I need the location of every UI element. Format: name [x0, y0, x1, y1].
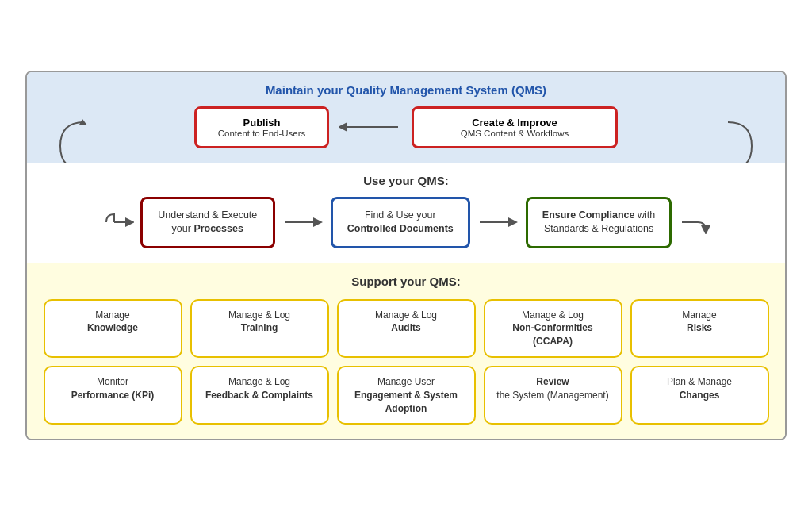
create-improve-sub: QMS Content & Workflows: [428, 129, 601, 138]
performance-text: MonitorPerformance (KPi): [55, 375, 171, 402]
middle-boxes: Understand & Executeyour Processes Find …: [43, 197, 769, 248]
processes-text: Understand & Executeyour Processes: [157, 209, 259, 236]
risks-bold: Risks: [687, 322, 712, 333]
arrow-left-svg: [339, 119, 402, 135]
feedback-bold: Feedback & Complaints: [205, 390, 313, 401]
bottom-title: Support your QMS:: [43, 275, 769, 288]
processes-box: Understand & Executeyour Processes: [140, 197, 275, 248]
risks-box: ManageRisks: [630, 299, 769, 358]
controlled-docs-box: Find & Use yourControlled Documents: [331, 197, 470, 248]
publish-title: Publish: [211, 117, 312, 129]
training-box: Manage & LogTraining: [190, 299, 329, 358]
compliance-text: Ensure Compliance withStandards & Regula…: [542, 209, 655, 236]
risks-text: ManageRisks: [642, 309, 758, 336]
feedback-text: Manage & LogFeedback & Complaints: [201, 375, 318, 402]
exit-arrow-icon: [678, 210, 710, 234]
changes-box: Plan & ManageChanges: [630, 366, 769, 425]
compliance-box: Ensure Compliance withStandards & Regula…: [526, 197, 672, 248]
nonconformities-text: Manage & LogNon-Conformities (CCAPA): [495, 309, 611, 348]
knowledge-text: ManageKnowledge: [55, 309, 171, 336]
audits-bold: Audits: [391, 322, 420, 333]
controlled-docs-text: Find & Use yourControlled Documents: [347, 209, 454, 236]
knowledge-bold: Knowledge: [87, 322, 138, 333]
bottom-row-2: MonitorPerformance (KPi) Manage & LogFee…: [43, 366, 769, 425]
arrow1-svg: [283, 214, 323, 230]
audits-box: Manage & LogAudits: [337, 299, 476, 358]
nonconformities-bold: Non-Conformities (CCAPA): [512, 322, 592, 347]
create-improve-box: Create & Improve QMS Content & Workflows: [412, 106, 618, 148]
mid-arrow-1-icon: [283, 214, 323, 230]
compliance-bold: Ensure Compliance: [542, 209, 635, 221]
middle-title: Use your QMS:: [43, 174, 769, 187]
engagement-bold: Engagement & System Adoption: [354, 390, 458, 414]
feedback-box: Manage & LogFeedback & Complaints: [190, 366, 329, 425]
arrow2-svg: [478, 214, 518, 230]
mid-arrow-2-icon: [478, 214, 518, 230]
top-arrow-icon: [339, 119, 402, 135]
middle-section: Use your QMS: Understand & Executeyour P…: [27, 163, 785, 263]
bottom-row-1: ManageKnowledge Manage & LogTraining Man…: [43, 299, 769, 358]
bottom-section: Support your QMS: ManageKnowledge Manage…: [27, 263, 785, 440]
knowledge-box: ManageKnowledge: [44, 299, 182, 358]
performance-bold: Performance (KPi): [71, 390, 155, 401]
processes-bold: Processes: [193, 223, 243, 234]
changes-bold: Changes: [680, 390, 720, 401]
review-bold: Review: [536, 376, 569, 387]
bottom-grid: ManageKnowledge Manage & LogTraining Man…: [43, 299, 769, 425]
create-improve-title: Create & Improve: [428, 117, 601, 129]
engagement-text: Manage UserEngagement & System Adoption: [348, 375, 465, 415]
publish-box: Publish Content to End-Users: [194, 106, 329, 148]
review-box: Reviewthe System (Management): [484, 366, 622, 425]
top-title: Maintain your Quality Management System …: [43, 83, 769, 97]
changes-text: Plan & ManageChanges: [642, 375, 758, 402]
training-bold: Training: [241, 322, 278, 333]
training-text: Manage & LogTraining: [201, 309, 318, 336]
controlled-docs-bold: Controlled Documents: [347, 223, 454, 234]
entry-arrow-icon: [102, 210, 134, 234]
engagement-box: Manage UserEngagement & System Adoption: [337, 366, 476, 425]
top-section: Maintain your Quality Management System …: [27, 72, 785, 163]
nonconformities-box: Manage & LogNon-Conformities (CCAPA): [484, 299, 622, 358]
publish-sub: Content to End-Users: [211, 129, 312, 138]
performance-box: MonitorPerformance (KPi): [44, 366, 182, 425]
audits-text: Manage & LogAudits: [348, 309, 465, 336]
qms-diagram: Maintain your Quality Management System …: [25, 71, 787, 441]
top-boxes: Publish Content to End-Users Create & Im…: [43, 106, 769, 148]
review-text: Reviewthe System (Management): [495, 375, 611, 402]
